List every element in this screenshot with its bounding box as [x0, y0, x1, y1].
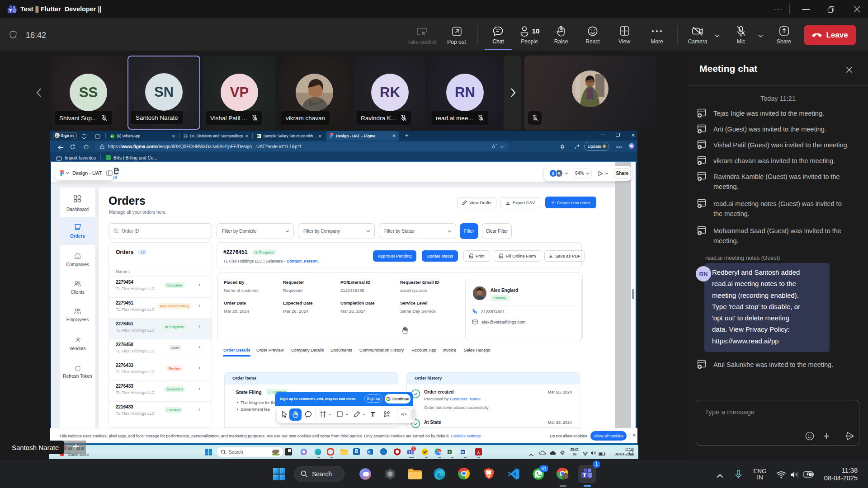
svg-text:A: A	[477, 450, 480, 455]
svg-text:X: X	[257, 135, 259, 137]
svg-text:W: W	[461, 450, 464, 454]
svg-text:O: O	[368, 450, 370, 454]
svg-text:X: X	[448, 450, 451, 454]
